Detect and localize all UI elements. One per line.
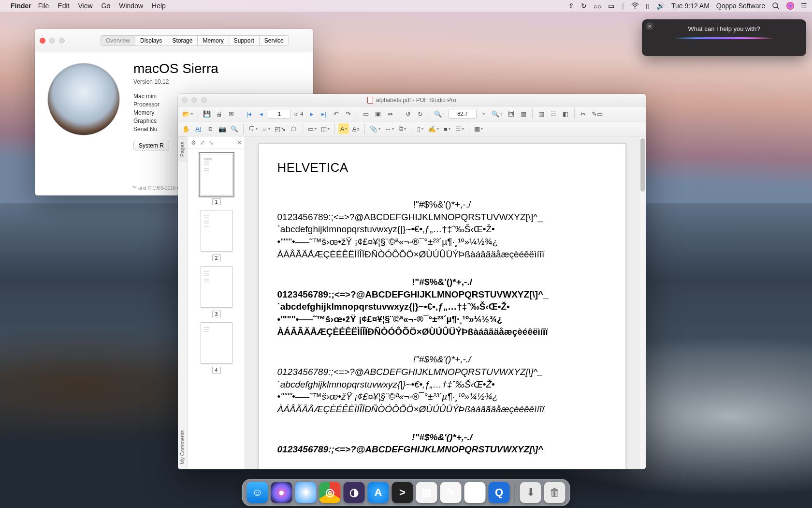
spotlight-icon[interactable] [772, 2, 780, 10]
system-report-button[interactable]: System R [133, 141, 169, 150]
callout-tool[interactable]: ◰↘ [273, 123, 287, 134]
zoom-out-button[interactable]: 🔍− [433, 108, 447, 119]
loupe-button[interactable]: 🞖 [506, 108, 517, 119]
dock-appstore[interactable]: A [368, 482, 389, 503]
tab-displays[interactable]: Displays [135, 36, 167, 45]
fit-width-button[interactable]: ⇔ [385, 108, 395, 119]
first-page-button[interactable]: |◂ [244, 108, 254, 119]
dock-qoppa[interactable]: Q [489, 482, 510, 503]
redact-tool[interactable]: ■ [442, 123, 452, 134]
sign-tool[interactable]: ✍ [427, 123, 440, 134]
zoom-field[interactable]: 82.7 [449, 109, 477, 119]
thumb-close-icon[interactable]: ✕ [237, 139, 242, 146]
menu-window[interactable]: Window [119, 2, 143, 10]
zoom-in-button[interactable]: 🔍+ [490, 108, 505, 119]
dock-terminal[interactable]: > [392, 482, 413, 503]
tab-service[interactable]: Service [260, 36, 289, 45]
thumbnail-page-1[interactable]: HELVETICA━━━━━━━━━━━━━━━━━━━━━━━━━ 1 [201, 154, 232, 205]
side-tab-pages[interactable]: Pages [178, 136, 187, 162]
scrollbar-thumb[interactable] [640, 138, 645, 192]
rotate-cw-button[interactable]: ↻ [415, 108, 425, 119]
dropbox-icon[interactable]: ⇪ [568, 2, 574, 10]
menu-help[interactable]: Help [152, 2, 166, 10]
tab-support[interactable]: Support [229, 36, 260, 45]
side-tab-comments[interactable]: My Comments [178, 425, 187, 469]
actual-size-button[interactable]: ▭ [361, 108, 371, 119]
zoom-dropdown[interactable] [478, 108, 489, 119]
thumbnails-list[interactable]: HELVETICA━━━━━━━━━━━━━━━━━━━━━━━━━ 1 ━━━… [188, 149, 245, 469]
binoculars-icon[interactable]: ⌕⌕ [594, 2, 601, 10]
dock-downloads[interactable]: ⬇ [520, 482, 541, 503]
text-select-tool[interactable]: AI [193, 123, 203, 134]
rotate-ccw-button[interactable]: ↺ [403, 108, 413, 119]
pdf-titlebar[interactable]: alphabets.pdf - PDF Studio Pro [178, 94, 646, 106]
document-scroll[interactable]: HELVETICA !"#$%&'()*+,-./ 0123456789:;<=… [245, 136, 639, 469]
highlight-tool[interactable]: A [338, 123, 349, 134]
dock-finder[interactable]: ☺ [247, 482, 268, 503]
dock-siri[interactable]: ● [271, 482, 292, 503]
more-tools[interactable]: ▩ [473, 123, 484, 134]
optimize-tool[interactable]: ☰ [454, 123, 465, 134]
thumb-expand-icon[interactable]: ⤢ [200, 139, 205, 146]
airplay-icon[interactable]: ▭ [608, 2, 614, 10]
prev-page-button[interactable]: ◂ [256, 108, 266, 119]
area-tool[interactable]: ◫ [319, 123, 331, 134]
next-view-button[interactable]: ↷ [343, 108, 353, 119]
find-tool[interactable]: 🔍 [229, 123, 240, 134]
sticky-note-tool[interactable]: 🗨 [247, 123, 259, 134]
prev-view-button[interactable]: ↶ [331, 108, 341, 119]
menu-file[interactable]: File [38, 2, 49, 10]
hand-tool[interactable]: ✋ [181, 123, 191, 134]
menubar-clock[interactable]: Tue 9:12 AM [671, 2, 710, 10]
vertical-scrollbar[interactable] [639, 136, 646, 469]
sidebyside-button[interactable]: ▥ [536, 108, 547, 119]
crop-button[interactable]: ✂ [578, 108, 589, 119]
open-button[interactable]: 📂 [181, 108, 194, 119]
measure-tool[interactable]: ↔ [383, 123, 395, 134]
pan-zoom-button[interactable]: ▦ [518, 108, 529, 119]
last-page-button[interactable]: ▸| [319, 108, 329, 119]
close-button[interactable] [40, 38, 45, 44]
dock-pdf[interactable]: PDF [464, 482, 486, 503]
tab-overview[interactable]: Overview [101, 36, 135, 45]
next-page-button[interactable]: ▸ [306, 108, 317, 119]
tab-storage[interactable]: Storage [167, 36, 198, 45]
invert-button[interactable]: ◧ [560, 108, 571, 119]
print-button[interactable]: 🖨 [214, 108, 224, 119]
rectangle-tool[interactable]: ▭ [306, 123, 318, 134]
dock-eclipse[interactable]: ◑ [344, 482, 365, 503]
stamp-tool[interactable]: ☖ [289, 123, 299, 134]
dock-preview[interactable]: ▧ [416, 482, 437, 503]
wifi-icon[interactable] [631, 2, 639, 10]
thumb-collapse-icon[interactable]: ⤡ [209, 139, 214, 146]
volume-icon[interactable]: 🔊 [656, 2, 665, 10]
text-annot-tool[interactable]: ≣ [261, 123, 272, 134]
menu-go[interactable]: Go [102, 2, 111, 10]
dock-textedit[interactable]: ✎ [440, 482, 462, 503]
thumb-options-icon[interactable]: ⚙ [191, 139, 196, 146]
thumbnail-page-4[interactable]: ━━━━━━━━━━━━━━━ 4 [201, 322, 232, 374]
compare-button[interactable]: ☷ [548, 108, 559, 119]
email-button[interactable]: ✉ [226, 108, 236, 119]
about-titlebar[interactable]: Overview Displays Storage Memory Support… [35, 29, 313, 52]
menubar-app-name[interactable]: Finder [11, 2, 31, 10]
notification-center-icon[interactable]: ☰ [801, 2, 807, 10]
fit-page-button[interactable]: ▣ [373, 108, 383, 119]
camera-tool[interactable]: 📷 [217, 123, 228, 134]
siri-close-icon[interactable]: ✕ [646, 22, 653, 30]
zoom-button[interactable] [201, 97, 207, 103]
link-tool[interactable]: ⧉ [397, 123, 407, 134]
minimize-button[interactable] [191, 97, 197, 103]
zoom-button[interactable] [59, 38, 65, 44]
attach-tool[interactable]: 📎 [368, 123, 382, 134]
menubar-right-app[interactable]: Qoppa Software [716, 2, 765, 10]
menu-view[interactable]: View [78, 2, 92, 10]
underline-tool[interactable]: A [350, 123, 361, 134]
dock-chrome[interactable]: ◎ [319, 482, 341, 503]
page-number-field[interactable]: 1 [268, 109, 291, 119]
siri-menubar-icon[interactable] [786, 2, 794, 10]
form-field-tool[interactable]: ▯ [415, 123, 425, 134]
timemachine-icon[interactable]: ↻ [581, 2, 587, 10]
dock-safari[interactable]: ✦ [295, 482, 317, 503]
edit-content-button[interactable]: ✎▭ [590, 108, 604, 119]
